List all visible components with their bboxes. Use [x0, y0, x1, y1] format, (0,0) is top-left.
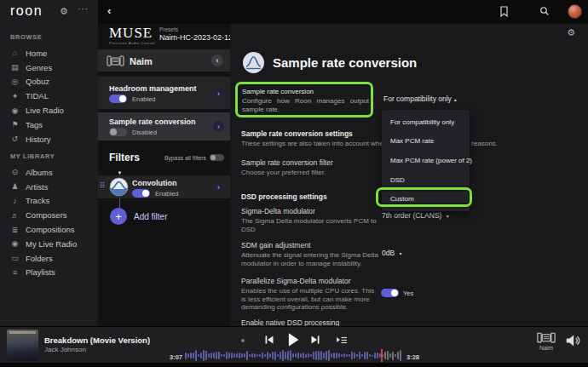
bypass-all-filters[interactable]: Bypass all filters [164, 154, 224, 161]
menu-item-dsd[interactable]: DSD [382, 176, 470, 184]
play-button[interactable] [286, 332, 300, 347]
player-bar: Breakdown (Movie Version) Jack Johnson 3… [0, 326, 588, 363]
bypass-toggle[interactable] [210, 154, 224, 161]
parallelize-title: Parallelize Sigma-Delta modulator [241, 277, 380, 285]
src-setting-desc: Configure how Roon manages output sample… [242, 97, 369, 113]
chevron-right-icon[interactable]: › [213, 181, 224, 192]
bookmark-icon[interactable] [499, 6, 509, 17]
chevron-down-icon: ▾ [400, 251, 402, 256]
home-icon: ⌂ [10, 49, 20, 57]
convolution-filter-row[interactable]: ⠿ Convolution Enabled › [98, 175, 230, 198]
preset-selector[interactable]: Naim-HC-2023-02-12 ▾ [159, 33, 238, 42]
sidebar-item-albums[interactable]: ⊙ Albums [0, 165, 98, 180]
convolution-title: Convolution [132, 179, 177, 187]
src-row-title: Sample rate conversion [109, 118, 196, 126]
drag-handle-icon[interactable]: ⠿ [100, 181, 106, 190]
sidebar-item-label: Composers [26, 210, 67, 220]
parallelize-state: Yes [403, 290, 413, 297]
artists-icon: ♟ [10, 182, 20, 191]
menu-item-max-pcm-rate[interactable]: Max PCM rate [382, 137, 470, 145]
radio-indicator-dot[interactable] [241, 339, 245, 342]
chevron-right-icon[interactable]: › [213, 121, 224, 132]
sidebar-item-genres[interactable]: ▤ Genres [0, 60, 98, 75]
back-button[interactable]: ‹ [107, 4, 111, 17]
sidebar-item-compositions[interactable]: ≣ Compositions [0, 222, 98, 237]
collapse-panel-button[interactable]: ‹ [211, 54, 223, 66]
muse-tagline: Precision Audio Control [109, 41, 155, 45]
sidebar-item-qobuz[interactable]: ◎ Qobuz [0, 75, 98, 89]
sigma-desc: The Sigma Delta modulator converts PCM t… [241, 217, 380, 233]
parallelize-toggle-group[interactable]: Yes [381, 289, 413, 297]
sidebar-item-folders[interactable]: ▭ Folders [0, 251, 98, 266]
sidebar-item-tracks[interactable]: ♪ Tracks [0, 194, 98, 209]
sidebar-item-home[interactable]: ⌂ Home [0, 46, 98, 60]
sidebar-item-live-radio[interactable]: ◉ Live Radio [0, 103, 98, 118]
waveform[interactable] [185, 349, 403, 362]
live-radio-icon: ◉ [10, 106, 20, 115]
zone-name: Naim [130, 56, 153, 66]
sidebar-item-tags[interactable]: ⚑ Tags [0, 118, 98, 132]
zone-selector[interactable]: Naim [532, 330, 561, 351]
genres-icon: ▤ [10, 63, 20, 72]
albums-icon: ⊙ [10, 168, 20, 176]
history-icon: ↺ [10, 135, 20, 143]
tags-icon: ⚑ [10, 120, 20, 129]
menu-item-for-compatibility-only[interactable]: For compatibility only [382, 118, 470, 126]
add-filter-label[interactable]: Add filter [134, 212, 167, 221]
track-artist[interactable]: Jack Johnson [44, 346, 86, 353]
sidebar-item-label: Folders [26, 254, 53, 263]
sigma-value-dropdown[interactable]: 7th order (CLANS) ▾ [382, 211, 449, 220]
user-avatar[interactable] [568, 4, 582, 19]
menu-item-max-pcm-rate-power-of-2[interactable]: Max PCM rate (power of 2) [382, 157, 470, 164]
window-bottom-edge [0, 363, 588, 367]
parallelize-row: Parallelize Sigma-Delta modulator Enable… [241, 277, 380, 312]
sidebar-item-history[interactable]: ↺ History [0, 132, 98, 146]
src-toggle[interactable] [109, 128, 127, 136]
menu-item-custom[interactable]: Custom [382, 195, 470, 203]
sidebar-item-label: Compositions [26, 225, 75, 234]
track-title[interactable]: Breakdown (Movie Version) [44, 335, 150, 345]
zone-header[interactable]: Naim ‹ [98, 49, 230, 72]
src-selected-value: For compatibility only [383, 95, 452, 103]
muse-dsp-panel: MUSE Precision Audio Control Presets Nai… [98, 24, 230, 326]
library-section-label: MY LIBRARY [10, 152, 55, 160]
chevron-right-icon[interactable]: › [213, 88, 224, 99]
queue-icon[interactable] [336, 335, 348, 345]
headroom-management-row[interactable]: Headroom management Enabled › [98, 77, 230, 109]
parallelize-toggle[interactable] [381, 289, 399, 297]
elapsed-time: 3:07 [164, 353, 182, 361]
panel-gear-icon[interactable]: ⚙ [567, 27, 575, 38]
add-filter-button[interactable]: + [110, 208, 127, 225]
headroom-toggle[interactable] [109, 95, 127, 103]
next-track-button[interactable] [310, 335, 320, 345]
sidebar-item-label: History [26, 135, 51, 144]
sidebar-item-tidal[interactable]: ✦ TIDAL [0, 89, 98, 103]
src-setting-row: Sample rate conversion Configure how Roo… [242, 88, 369, 113]
sample-rate-conversion-row[interactable]: Sample rate conversion Disabled › [98, 112, 230, 140]
album-art[interactable] [7, 330, 38, 361]
sdm-desc: Attenuate the signal entering the Sigma … [241, 251, 380, 267]
sample-rate-conversion-panel: ⚙ Sample rate conversion Sample rate con… [230, 24, 588, 326]
headroom-state: Enabled [132, 95, 156, 103]
src-value-dropdown[interactable]: For compatibility only▴ [383, 95, 457, 103]
sidebar-item-label: Tags [26, 120, 43, 129]
sidebar-item-my-live-radio[interactable]: ◉ My Live Radio [0, 237, 98, 251]
previous-track-button[interactable] [264, 335, 274, 345]
bypass-label: Bypass all filters [164, 155, 206, 161]
sidebar-item-artists[interactable]: ♟ Artists [0, 180, 98, 194]
volume-icon[interactable] [565, 334, 580, 347]
search-icon[interactable] [539, 6, 550, 16]
sidebar-item-composers[interactable]: ♬ Composers [0, 208, 98, 222]
settings-gear-icon[interactable]: ⚙ [60, 6, 68, 17]
sigma-selected-value: 7th order (CLANS) [382, 211, 441, 220]
sidebar-item-playlists[interactable]: ≡ Playlists [0, 266, 98, 280]
chevron-down-icon: ▾ [447, 214, 449, 219]
sdm-value-dropdown[interactable]: 0dB ▾ [382, 249, 402, 257]
composers-icon: ♬ [10, 211, 20, 220]
convolution-toggle[interactable] [132, 189, 150, 198]
my-live-radio-icon: ◉ [10, 239, 20, 248]
more-menu-icon[interactable]: ··· [78, 4, 89, 14]
total-time: 3:28 [406, 353, 419, 361]
sidebar-item-label: Home [26, 49, 47, 58]
tracks-icon: ♪ [10, 197, 20, 205]
